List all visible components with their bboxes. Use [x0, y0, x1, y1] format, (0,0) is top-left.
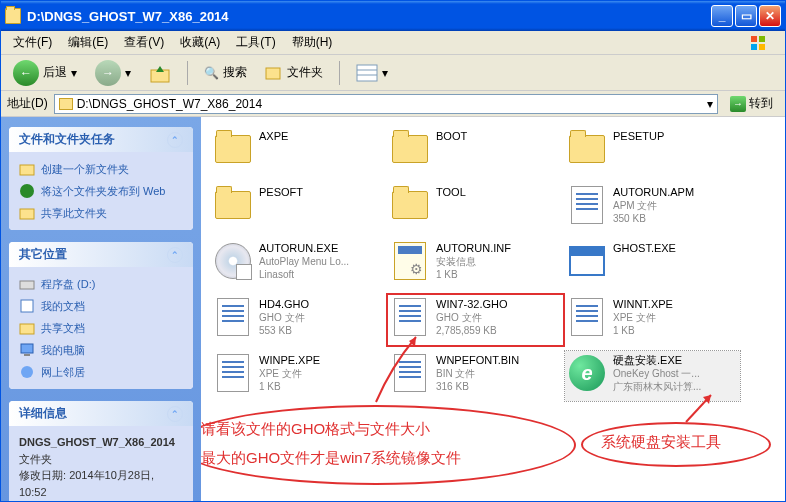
back-button[interactable]: ← 后退 ▾ [7, 58, 83, 88]
details-body: DNGS_GHOST_W7_X86_2014 文件夹 修改日期: 2014年10… [9, 426, 193, 501]
folder-icon [215, 191, 251, 219]
file-item[interactable]: PESETUP [565, 127, 740, 177]
svg-rect-12 [20, 281, 34, 289]
file-list[interactable]: AXPEBOOTPESETUPPESOFTTOOLAUTORUN.APMAPM … [201, 117, 785, 501]
file-item[interactable]: e硬盘安装.EXEOneKey Ghost 一...广东雨林木风计算... [565, 351, 740, 401]
menu-edit[interactable]: 编辑(E) [60, 32, 116, 53]
folder-icon [5, 8, 21, 24]
file-size: 553 KB [259, 324, 309, 337]
file-item[interactable]: WIN7-32.GHOGHO 文件2,785,859 KB [388, 295, 563, 345]
chevron-up-icon: ⌃ [167, 406, 183, 422]
other-shared[interactable]: 共享文档 [19, 317, 183, 339]
menu-tools[interactable]: 工具(T) [228, 32, 283, 53]
other-drive-d[interactable]: 程序盘 (D:) [19, 273, 183, 295]
svg-rect-15 [21, 344, 33, 353]
maximize-button[interactable]: ▭ [735, 5, 757, 27]
file-meta: GHO 文件 [259, 311, 309, 324]
file-size: Linasoft [259, 268, 349, 281]
file-item[interactable]: WINNT.XPEXPE 文件1 KB [565, 295, 740, 345]
chevron-down-icon: ▾ [71, 66, 77, 80]
menu-view[interactable]: 查看(V) [116, 32, 172, 53]
file-name: 硬盘安装.EXE [613, 353, 701, 367]
menu-favorites[interactable]: 收藏(A) [172, 32, 228, 53]
close-button[interactable]: ✕ [759, 5, 781, 27]
file-name: WNPEFONT.BIN [436, 353, 519, 367]
file-meta: GHO 文件 [436, 311, 508, 324]
menu-help[interactable]: 帮助(H) [284, 32, 341, 53]
annotation-oval-left [201, 405, 576, 485]
sidebar: 文件和文件夹任务 ⌃ 创建一个新文件夹 将这个文件夹发布到 Web 共享此文件夹… [1, 117, 201, 501]
svg-rect-1 [759, 36, 765, 42]
file-name: TOOL [436, 185, 466, 199]
menu-file[interactable]: 文件(F) [5, 32, 60, 53]
panel-other-header[interactable]: 其它位置 ⌃ [9, 242, 193, 267]
panel-details-header[interactable]: 详细信息 ⌃ [9, 401, 193, 426]
file-name: AUTORUN.APM [613, 185, 694, 199]
folder-icon [569, 135, 605, 163]
file-item[interactable]: TOOL [388, 183, 563, 233]
cd-icon [215, 243, 251, 279]
file-size: 广东雨林木风计算... [613, 380, 701, 393]
views-icon [356, 64, 378, 82]
svg-point-10 [20, 184, 34, 198]
document-icon [217, 298, 249, 336]
file-name: AUTORUN.EXE [259, 241, 349, 255]
document-icon [571, 298, 603, 336]
file-item[interactable]: AUTORUN.INF安装信息1 KB [388, 239, 563, 289]
task-share[interactable]: 共享此文件夹 [19, 202, 183, 224]
task-new-folder[interactable]: 创建一个新文件夹 [19, 158, 183, 180]
panel-tasks-header[interactable]: 文件和文件夹任务 ⌃ [9, 127, 193, 152]
forward-icon: → [95, 60, 121, 86]
file-item[interactable]: PESOFT [211, 183, 386, 233]
file-item[interactable]: BOOT [388, 127, 563, 177]
folder-icon [392, 191, 428, 219]
globe-icon [19, 183, 35, 199]
svg-rect-16 [24, 354, 30, 356]
address-input[interactable]: D:\DNGS_GHOST_W7_X86_2014 ▾ [54, 94, 718, 114]
go-icon: → [730, 96, 746, 112]
file-size: 316 KB [436, 380, 519, 393]
svg-rect-11 [20, 209, 34, 219]
search-button[interactable]: 🔍 搜索 [198, 62, 253, 83]
onekey-icon: e [569, 355, 605, 391]
details-name: DNGS_GHOST_W7_X86_2014 [19, 434, 183, 451]
file-meta: XPE 文件 [259, 367, 320, 380]
svg-rect-9 [20, 165, 34, 175]
file-meta: XPE 文件 [613, 311, 673, 324]
application-icon [569, 246, 605, 276]
svg-rect-6 [357, 65, 377, 81]
file-name: PESETUP [613, 129, 664, 143]
other-my-computer[interactable]: 我的电脑 [19, 339, 183, 361]
file-item[interactable]: WNPEFONT.BINBIN 文件316 KB [388, 351, 563, 401]
forward-button[interactable]: → ▾ [89, 58, 137, 88]
task-publish-web[interactable]: 将这个文件夹发布到 Web [19, 180, 183, 202]
file-item[interactable]: WINPE.XPEXPE 文件1 KB [211, 351, 386, 401]
file-meta: OneKey Ghost 一... [613, 367, 701, 380]
file-name: AUTORUN.INF [436, 241, 511, 255]
svg-rect-3 [759, 44, 765, 50]
other-network[interactable]: 网上邻居 [19, 361, 183, 383]
chevron-up-icon: ⌃ [167, 247, 183, 263]
svg-rect-5 [266, 68, 280, 79]
minimize-button[interactable]: _ [711, 5, 733, 27]
file-item[interactable]: AUTORUN.EXEAutoPlay Menu Lo...Linasoft [211, 239, 386, 289]
views-button[interactable]: ▾ [350, 62, 394, 84]
details-type: 文件夹 [19, 451, 183, 468]
go-button[interactable]: → 转到 [724, 94, 779, 113]
other-my-docs[interactable]: 我的文档 [19, 295, 183, 317]
up-button[interactable] [143, 60, 177, 86]
chevron-down-icon[interactable]: ▾ [707, 97, 713, 111]
file-item[interactable]: AXPE [211, 127, 386, 177]
inf-icon [394, 242, 426, 280]
file-item[interactable]: AUTORUN.APMAPM 文件350 KB [565, 183, 740, 233]
window-title: D:\DNGS_GHOST_W7_X86_2014 [27, 9, 711, 24]
folders-icon [265, 65, 283, 81]
file-size: 350 KB [613, 212, 694, 225]
svg-rect-2 [751, 44, 757, 50]
file-item[interactable]: GHOST.EXE [565, 239, 740, 289]
file-name: GHOST.EXE [613, 241, 676, 255]
addressbar: 地址(D) D:\DNGS_GHOST_W7_X86_2014 ▾ → 转到 [1, 91, 785, 117]
menubar: 文件(F) 编辑(E) 查看(V) 收藏(A) 工具(T) 帮助(H) [1, 31, 785, 55]
file-item[interactable]: HD4.GHOGHO 文件553 KB [211, 295, 386, 345]
folders-button[interactable]: 文件夹 [259, 62, 329, 83]
